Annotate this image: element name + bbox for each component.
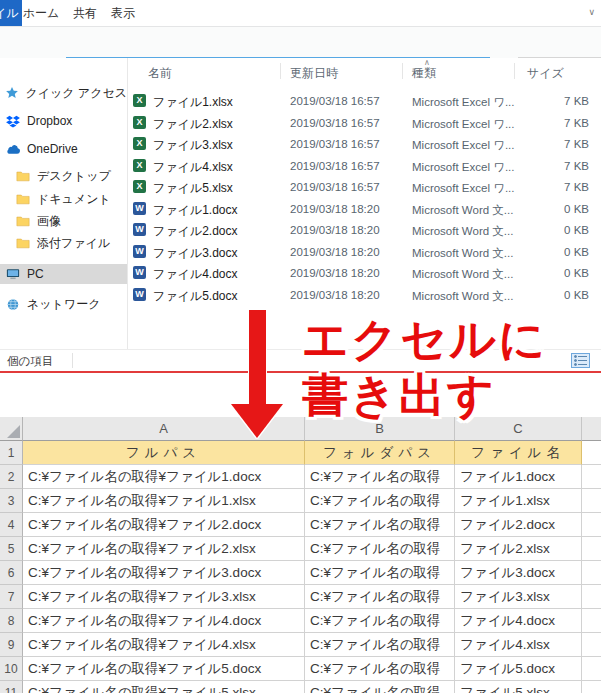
empty-cell[interactable] xyxy=(582,489,601,513)
column-divider[interactable] xyxy=(402,63,403,79)
file-list-pane: 名前 更新日時 種類 サイズ ∧ Xファイル1.xlsx2019/03/18 1… xyxy=(128,58,601,349)
column-divider[interactable] xyxy=(514,63,515,79)
row-header[interactable]: 1 xyxy=(0,441,23,465)
sidebar-item[interactable]: クイック アクセス xyxy=(0,83,127,103)
sidebar-item[interactable]: PC xyxy=(0,264,127,284)
row-header[interactable]: 6 xyxy=(0,561,23,585)
empty-cell[interactable] xyxy=(582,537,601,561)
row-header[interactable]: 9 xyxy=(0,633,23,657)
spreadsheet-cell[interactable]: ファイル4.docx xyxy=(455,609,582,633)
sidebar-item[interactable]: 添付ファイル xyxy=(0,233,127,253)
details-view-toggle-button[interactable] xyxy=(571,353,590,368)
sidebar-item[interactable]: ネットワーク xyxy=(0,294,127,314)
spreadsheet-cell[interactable]: ファイル2.docx xyxy=(455,513,582,537)
file-row[interactable]: Xファイル5.xlsx2019/03/18 16:57Microsoft Exc… xyxy=(128,176,601,198)
sidebar-item[interactable]: 画像 xyxy=(0,211,127,231)
spreadsheet-cell[interactable]: C:¥ファイル名の取得¥ファイル4.xlsx xyxy=(23,633,305,657)
file-row[interactable]: Wファイル5.docx2019/03/18 18:20Microsoft Wor… xyxy=(128,284,601,306)
sidebar-item[interactable]: OneDrive xyxy=(0,139,127,159)
empty-cell[interactable] xyxy=(582,681,601,693)
empty-cell[interactable] xyxy=(582,609,601,633)
spreadsheet-cell[interactable]: C:¥ファイル名の取得¥ファイル3.xlsx xyxy=(23,585,305,609)
spreadsheet-cell[interactable]: C:¥ファイル名の取得¥ファイル2.xlsx xyxy=(23,537,305,561)
spreadsheet-cell[interactable]: ファイル1.docx xyxy=(455,465,582,489)
spreadsheet-cell[interactable]: ファイル4.xlsx xyxy=(455,633,582,657)
file-row[interactable]: Wファイル4.docx2019/03/18 18:20Microsoft Wor… xyxy=(128,262,601,284)
file-size: 0 KB xyxy=(524,289,589,301)
file-row[interactable]: Xファイル3.xlsx2019/03/18 16:57Microsoft Exc… xyxy=(128,133,601,155)
spreadsheet-cell[interactable]: C:¥ファイル名の取得 xyxy=(305,681,455,693)
file-row[interactable]: Wファイル3.docx2019/03/18 18:20Microsoft Wor… xyxy=(128,241,601,263)
spreadsheet-cell[interactable]: C:¥ファイル名の取得 xyxy=(305,585,455,609)
column-header-modified[interactable]: 更新日時 xyxy=(290,65,338,82)
spreadsheet-cell[interactable]: C:¥ファイル名の取得 xyxy=(305,489,455,513)
row-header[interactable]: 10 xyxy=(0,657,23,681)
row-header[interactable]: 5 xyxy=(0,537,23,561)
spreadsheet-cell[interactable]: フォルダパス xyxy=(305,441,455,465)
file-type: Microsoft Word 文... xyxy=(412,224,513,239)
spreadsheet-cell[interactable]: ファイル2.xlsx xyxy=(455,537,582,561)
column-header-name[interactable]: 名前 xyxy=(148,65,172,82)
sidebar-item[interactable]: デスクトップ xyxy=(0,166,127,186)
spreadsheet-cell[interactable]: ファイル1.xlsx xyxy=(455,489,582,513)
row-header[interactable]: 7 xyxy=(0,585,23,609)
spreadsheet-cell[interactable]: C:¥ファイル名の取得¥ファイル1.xlsx xyxy=(23,489,305,513)
row-header[interactable]: 3 xyxy=(0,489,23,513)
empty-cell[interactable] xyxy=(582,561,601,585)
file-size: 7 KB xyxy=(524,138,589,150)
spreadsheet-cell[interactable]: C:¥ファイル名の取得¥ファイル1.docx xyxy=(23,465,305,489)
spreadsheet-cell[interactable]: C:¥ファイル名の取得¥ファイル4.docx xyxy=(23,609,305,633)
empty-cell[interactable] xyxy=(582,465,601,489)
spreadsheet-cell[interactable]: C:¥ファイル名の取得¥ファイル2.docx xyxy=(23,513,305,537)
spreadsheet-cell[interactable]: C:¥ファイル名の取得¥ファイル3.docx xyxy=(23,561,305,585)
spreadsheet-cell[interactable]: ファイル名 xyxy=(455,441,582,465)
ribbon-collapse-chevron-icon[interactable]: ∨ xyxy=(588,7,595,17)
empty-cell[interactable] xyxy=(582,585,601,609)
spreadsheet-cell[interactable]: ファイル5.docx xyxy=(455,657,582,681)
ribbon-tab[interactable]: 共有 xyxy=(66,0,104,26)
file-modified: 2019/03/18 16:57 xyxy=(290,117,380,129)
spreadsheet-cell[interactable]: C:¥ファイル名の取得 xyxy=(305,657,455,681)
empty-cell[interactable] xyxy=(582,441,601,465)
annotation-line-2: 書き出す xyxy=(302,367,547,423)
spreadsheet-cell[interactable]: C:¥ファイル名の取得¥ファイル5.docx xyxy=(23,657,305,681)
file-modified: 2019/03/18 18:20 xyxy=(290,267,380,279)
spreadsheet-cell[interactable]: C:¥ファイル名の取得 xyxy=(305,609,455,633)
spreadsheet-cell[interactable]: C:¥ファイル名の取得 xyxy=(305,537,455,561)
spreadsheet-cell[interactable]: C:¥ファイル名の取得 xyxy=(305,561,455,585)
row-header[interactable]: 4 xyxy=(0,513,23,537)
file-row[interactable]: Xファイル2.xlsx2019/03/18 16:57Microsoft Exc… xyxy=(128,112,601,134)
row-header[interactable]: 2 xyxy=(0,465,23,489)
spreadsheet-cell[interactable]: C:¥ファイル名の取得 xyxy=(305,513,455,537)
file-row[interactable]: Xファイル4.xlsx2019/03/18 16:57Microsoft Exc… xyxy=(128,155,601,177)
sidebar-item-label: ネットワーク xyxy=(27,296,100,313)
column-header-type[interactable]: 種類 xyxy=(412,65,436,82)
file-row[interactable]: Wファイル1.docx2019/03/18 18:20Microsoft Wor… xyxy=(128,198,601,220)
file-row[interactable]: Xファイル1.xlsx2019/03/18 16:57Microsoft Exc… xyxy=(128,90,601,112)
sidebar-item[interactable]: Dropbox xyxy=(0,111,127,131)
ribbon-tab[interactable]: 表示 xyxy=(104,0,142,26)
empty-cell[interactable] xyxy=(582,657,601,681)
row-header[interactable]: 8 xyxy=(0,609,23,633)
navigation-pane: クイック アクセスDropboxOneDriveデスクトップドキュメント画像添付… xyxy=(0,58,128,349)
file-row[interactable]: Wファイル2.docx2019/03/18 18:20Microsoft Wor… xyxy=(128,219,601,241)
spreadsheet-cell[interactable]: C:¥ファイル名の取得 xyxy=(305,633,455,657)
row-header[interactable]: 11 xyxy=(0,681,23,693)
ribbon-tab[interactable]: ホーム xyxy=(18,0,64,26)
spreadsheet-cell[interactable]: フルパス xyxy=(23,441,305,465)
folder-icon xyxy=(15,215,31,227)
empty-cell[interactable] xyxy=(582,633,601,657)
excel-file-icon: X xyxy=(133,137,146,150)
column-header-size[interactable]: サイズ xyxy=(527,65,564,82)
spreadsheet-cell[interactable]: ファイル3.xlsx xyxy=(455,585,582,609)
select-all-corner[interactable] xyxy=(0,417,23,441)
spreadsheet-cell[interactable]: ファイル3.docx xyxy=(455,561,582,585)
column-divider[interactable] xyxy=(280,63,281,79)
sidebar-item[interactable]: ドキュメント xyxy=(0,189,127,209)
spreadsheet-cell[interactable]: ファイル5.xlsx xyxy=(455,681,582,693)
empty-cell[interactable] xyxy=(582,513,601,537)
spreadsheet-cell[interactable]: C:¥ファイル名の取得 xyxy=(305,465,455,489)
file-modified: 2019/03/18 18:20 xyxy=(290,289,380,301)
spreadsheet-cell[interactable]: C:¥ファイル名の取得¥ファイル5.xlsx xyxy=(23,681,305,693)
file-type: Microsoft Excel ワ... xyxy=(412,117,515,132)
